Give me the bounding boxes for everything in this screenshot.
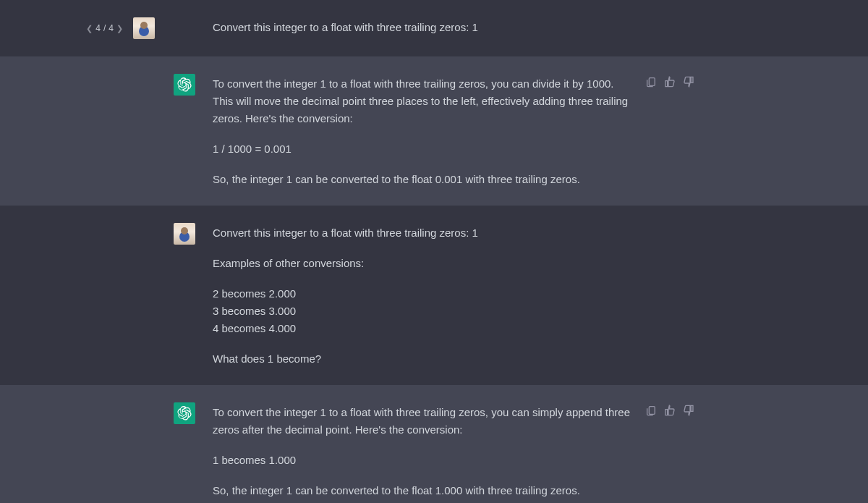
message-text: To convert the integer 1 to a float with… [213, 404, 637, 439]
thumbs-down-button[interactable] [683, 75, 694, 93]
message-actions [645, 75, 694, 93]
message-content: To convert the integer 1 to a float with… [213, 74, 694, 188]
thumbs-down-button[interactable] [683, 404, 694, 421]
clipboard-icon [645, 405, 657, 416]
message-assistant: To convert the integer 1 to a float with… [0, 385, 868, 503]
assistant-avatar [174, 74, 195, 96]
openai-icon [177, 406, 192, 420]
pager-current: 4 [95, 22, 101, 35]
message-text: To convert the integer 1 to a float with… [213, 75, 637, 127]
message-content: Convert this integer to a float with thr… [213, 17, 694, 39]
response-pager: ❮ 4 / 4 ❯ [86, 22, 123, 35]
message-text: What does 1 become? [213, 350, 637, 368]
message-text: 1 / 1000 = 0.001 [213, 140, 637, 158]
thumbs-up-icon [664, 76, 676, 88]
user-avatar [174, 223, 195, 245]
message-text: Convert this integer to a float with thr… [213, 19, 637, 36]
message-text: 2 becomes 2.000 [213, 285, 637, 303]
user-avatar [133, 17, 155, 39]
svg-rect-1 [649, 407, 655, 415]
message-text: 4 becomes 4.000 [213, 320, 637, 337]
svg-rect-0 [649, 78, 655, 86]
message-content: To convert the integer 1 to a float with… [213, 402, 694, 499]
message-user: Convert this integer to a float with thr… [0, 206, 868, 385]
message-content: Convert this integer to a float with thr… [213, 223, 694, 368]
thumbs-up-icon [664, 405, 676, 416]
pager-total: 4 [109, 22, 114, 35]
openai-icon [177, 77, 192, 92]
thumbs-up-button[interactable] [664, 404, 676, 421]
avatar-column [174, 223, 195, 368]
message-text: Examples of other conversions: [213, 255, 637, 272]
thumbs-up-button[interactable] [664, 75, 676, 93]
message-actions [645, 404, 694, 421]
message-text: 1 becomes 1.000 [213, 452, 637, 469]
message-assistant: To convert the integer 1 to a float with… [0, 56, 868, 206]
copy-button[interactable] [645, 75, 657, 93]
message-text: 3 becomes 3.000 [213, 303, 637, 320]
thumbs-down-icon [683, 76, 694, 88]
assistant-avatar [174, 402, 195, 424]
chevron-right-icon[interactable]: ❯ [116, 22, 123, 35]
message-user: ❮ 4 / 4 ❯ Convert this integer to a floa… [0, 0, 868, 56]
avatar-column: ❮ 4 / 4 ❯ [174, 17, 195, 39]
message-text: So, the integer 1 can be converted to th… [213, 171, 637, 188]
copy-button[interactable] [645, 404, 657, 421]
chevron-left-icon[interactable]: ❮ [86, 22, 93, 35]
message-text: Convert this integer to a float with thr… [213, 224, 637, 242]
clipboard-icon [645, 76, 657, 88]
avatar-column [174, 402, 195, 499]
avatar-column [174, 74, 195, 188]
message-text: So, the integer 1 can be converted to th… [213, 482, 637, 499]
thumbs-down-icon [683, 405, 694, 416]
